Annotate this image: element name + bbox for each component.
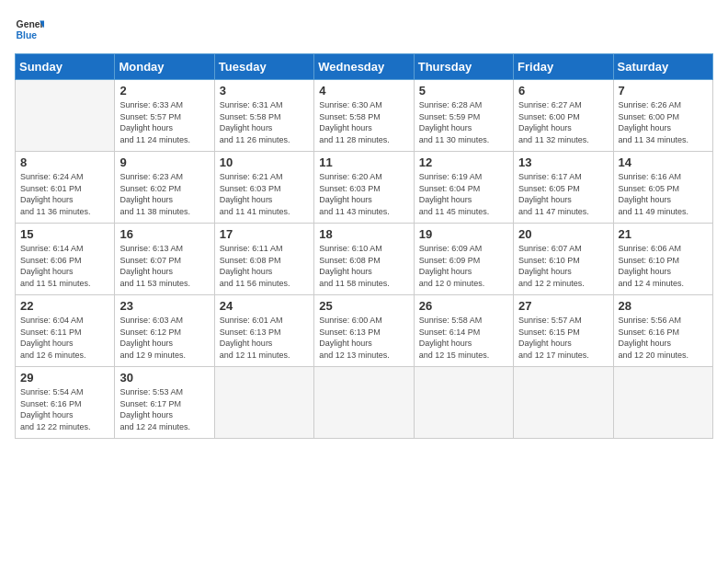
day-number: 20 <box>518 227 608 241</box>
calendar-week-row: 29 Sunrise: 5:54 AM Sunset: 6:16 PM Dayl… <box>16 367 713 439</box>
calendar-week-row: 2 Sunrise: 6:33 AM Sunset: 5:57 PM Dayli… <box>16 80 713 152</box>
day-number: 12 <box>419 155 508 169</box>
calendar-cell: 22 Sunrise: 6:04 AM Sunset: 6:11 PM Dayl… <box>16 295 115 367</box>
day-info: Sunrise: 6:13 AM Sunset: 6:07 PM Dayligh… <box>119 243 209 289</box>
calendar-week-row: 22 Sunrise: 6:04 AM Sunset: 6:11 PM Dayl… <box>16 295 713 367</box>
svg-text:Blue: Blue <box>17 30 38 40</box>
calendar-cell: 7 Sunrise: 6:26 AM Sunset: 6:00 PM Dayli… <box>613 80 712 152</box>
day-info: Sunrise: 6:28 AM Sunset: 5:59 PM Dayligh… <box>419 99 508 145</box>
calendar-cell <box>314 367 414 439</box>
day-number: 13 <box>518 155 608 169</box>
day-info: Sunrise: 6:21 AM Sunset: 6:03 PM Dayligh… <box>220 171 309 217</box>
day-info: Sunrise: 6:24 AM Sunset: 6:01 PM Dayligh… <box>20 171 109 217</box>
day-number: 30 <box>119 371 209 385</box>
calendar-cell: 29 Sunrise: 5:54 AM Sunset: 6:16 PM Dayl… <box>16 367 115 439</box>
day-number: 17 <box>220 227 309 241</box>
calendar-table: SundayMondayTuesdayWednesdayThursdayFrid… <box>15 53 713 439</box>
day-info: Sunrise: 6:19 AM Sunset: 6:04 PM Dayligh… <box>419 171 508 217</box>
day-info: Sunrise: 6:20 AM Sunset: 6:03 PM Dayligh… <box>319 171 408 217</box>
calendar-cell: 25 Sunrise: 6:00 AM Sunset: 6:13 PM Dayl… <box>314 295 414 367</box>
logo: General Blue <box>15 15 44 44</box>
calendar-cell: 23 Sunrise: 6:03 AM Sunset: 6:12 PM Dayl… <box>115 295 214 367</box>
day-number: 29 <box>20 371 109 385</box>
svg-text:General: General <box>17 19 44 29</box>
day-info: Sunrise: 6:07 AM Sunset: 6:10 PM Dayligh… <box>518 243 608 289</box>
calendar-cell: 2 Sunrise: 6:33 AM Sunset: 5:57 PM Dayli… <box>115 80 214 152</box>
calendar-cell: 17 Sunrise: 6:11 AM Sunset: 6:08 PM Dayl… <box>214 224 313 295</box>
day-info: Sunrise: 6:14 AM Sunset: 6:06 PM Dayligh… <box>20 243 109 289</box>
calendar-cell: 9 Sunrise: 6:23 AM Sunset: 6:02 PM Dayli… <box>115 152 214 224</box>
day-number: 5 <box>419 84 508 98</box>
calendar-cell: 16 Sunrise: 6:13 AM Sunset: 6:07 PM Dayl… <box>115 224 214 295</box>
calendar-cell <box>514 367 613 439</box>
day-info: Sunrise: 6:11 AM Sunset: 6:08 PM Dayligh… <box>220 243 309 289</box>
calendar-cell <box>16 80 115 152</box>
day-number: 24 <box>220 299 309 313</box>
day-number: 10 <box>220 155 309 169</box>
day-number: 19 <box>419 227 508 241</box>
day-info: Sunrise: 6:01 AM Sunset: 6:13 PM Dayligh… <box>220 315 309 361</box>
day-header-saturday: Saturday <box>613 54 712 80</box>
day-number: 2 <box>119 84 209 98</box>
day-info: Sunrise: 6:06 AM Sunset: 6:10 PM Dayligh… <box>619 243 708 289</box>
calendar-cell: 15 Sunrise: 6:14 AM Sunset: 6:06 PM Dayl… <box>16 224 115 295</box>
calendar-cell: 13 Sunrise: 6:17 AM Sunset: 6:05 PM Dayl… <box>514 152 613 224</box>
day-number: 26 <box>419 299 508 313</box>
day-info: Sunrise: 6:17 AM Sunset: 6:05 PM Dayligh… <box>518 171 608 217</box>
calendar-cell: 28 Sunrise: 5:56 AM Sunset: 6:16 PM Dayl… <box>613 295 712 367</box>
calendar-cell: 6 Sunrise: 6:27 AM Sunset: 6:00 PM Dayli… <box>514 80 613 152</box>
day-number: 14 <box>619 155 708 169</box>
calendar-cell: 8 Sunrise: 6:24 AM Sunset: 6:01 PM Dayli… <box>16 152 115 224</box>
day-info: Sunrise: 6:27 AM Sunset: 6:00 PM Dayligh… <box>518 99 608 145</box>
day-number: 18 <box>319 227 408 241</box>
day-info: Sunrise: 5:54 AM Sunset: 6:16 PM Dayligh… <box>20 386 109 432</box>
calendar-week-row: 15 Sunrise: 6:14 AM Sunset: 6:06 PM Dayl… <box>16 224 713 295</box>
calendar-cell: 3 Sunrise: 6:31 AM Sunset: 5:58 PM Dayli… <box>214 80 313 152</box>
calendar-cell: 30 Sunrise: 5:53 AM Sunset: 6:17 PM Dayl… <box>115 367 214 439</box>
day-info: Sunrise: 5:53 AM Sunset: 6:17 PM Dayligh… <box>119 386 209 432</box>
day-info: Sunrise: 5:56 AM Sunset: 6:16 PM Dayligh… <box>619 315 708 361</box>
day-info: Sunrise: 6:04 AM Sunset: 6:11 PM Dayligh… <box>20 315 109 361</box>
calendar-cell: 24 Sunrise: 6:01 AM Sunset: 6:13 PM Dayl… <box>214 295 313 367</box>
calendar-cell: 10 Sunrise: 6:21 AM Sunset: 6:03 PM Dayl… <box>214 152 313 224</box>
day-number: 16 <box>119 227 209 241</box>
day-info: Sunrise: 6:23 AM Sunset: 6:02 PM Dayligh… <box>119 171 209 217</box>
logo-icon: General Blue <box>15 15 44 44</box>
calendar-cell <box>414 367 513 439</box>
day-number: 11 <box>319 155 408 169</box>
calendar-cell: 5 Sunrise: 6:28 AM Sunset: 5:59 PM Dayli… <box>414 80 513 152</box>
day-info: Sunrise: 5:58 AM Sunset: 6:14 PM Dayligh… <box>419 315 508 361</box>
calendar-cell: 11 Sunrise: 6:20 AM Sunset: 6:03 PM Dayl… <box>314 152 414 224</box>
day-number: 9 <box>119 155 209 169</box>
day-number: 6 <box>518 84 608 98</box>
calendar-cell: 27 Sunrise: 5:57 AM Sunset: 6:15 PM Dayl… <box>514 295 613 367</box>
day-header-tuesday: Tuesday <box>214 54 313 80</box>
day-number: 25 <box>319 299 408 313</box>
day-number: 8 <box>20 155 109 169</box>
day-header-monday: Monday <box>115 54 214 80</box>
calendar-cell: 4 Sunrise: 6:30 AM Sunset: 5:58 PM Dayli… <box>314 80 414 152</box>
day-info: Sunrise: 6:30 AM Sunset: 5:58 PM Dayligh… <box>319 99 408 145</box>
day-number: 23 <box>119 299 209 313</box>
day-number: 22 <box>20 299 109 313</box>
day-info: Sunrise: 6:10 AM Sunset: 6:08 PM Dayligh… <box>319 243 408 289</box>
calendar-cell: 14 Sunrise: 6:16 AM Sunset: 6:05 PM Dayl… <box>613 152 712 224</box>
calendar-cell: 18 Sunrise: 6:10 AM Sunset: 6:08 PM Dayl… <box>314 224 414 295</box>
day-header-wednesday: Wednesday <box>314 54 414 80</box>
calendar-week-row: 8 Sunrise: 6:24 AM Sunset: 6:01 PM Dayli… <box>16 152 713 224</box>
day-number: 15 <box>20 227 109 241</box>
calendar-cell: 26 Sunrise: 5:58 AM Sunset: 6:14 PM Dayl… <box>414 295 513 367</box>
calendar-page: General Blue SundayMondayTuesdayWednesda… <box>0 0 728 563</box>
day-header-sunday: Sunday <box>16 54 115 80</box>
day-info: Sunrise: 6:33 AM Sunset: 5:57 PM Dayligh… <box>119 99 209 145</box>
day-info: Sunrise: 6:26 AM Sunset: 6:00 PM Dayligh… <box>619 99 708 145</box>
day-number: 21 <box>619 227 708 241</box>
day-info: Sunrise: 6:31 AM Sunset: 5:58 PM Dayligh… <box>220 99 309 145</box>
day-info: Sunrise: 5:57 AM Sunset: 6:15 PM Dayligh… <box>518 315 608 361</box>
calendar-cell: 19 Sunrise: 6:09 AM Sunset: 6:09 PM Dayl… <box>414 224 513 295</box>
day-number: 3 <box>220 84 309 98</box>
calendar-cell: 20 Sunrise: 6:07 AM Sunset: 6:10 PM Dayl… <box>514 224 613 295</box>
day-header-thursday: Thursday <box>414 54 513 80</box>
day-info: Sunrise: 6:00 AM Sunset: 6:13 PM Dayligh… <box>319 315 408 361</box>
day-number: 4 <box>319 84 408 98</box>
